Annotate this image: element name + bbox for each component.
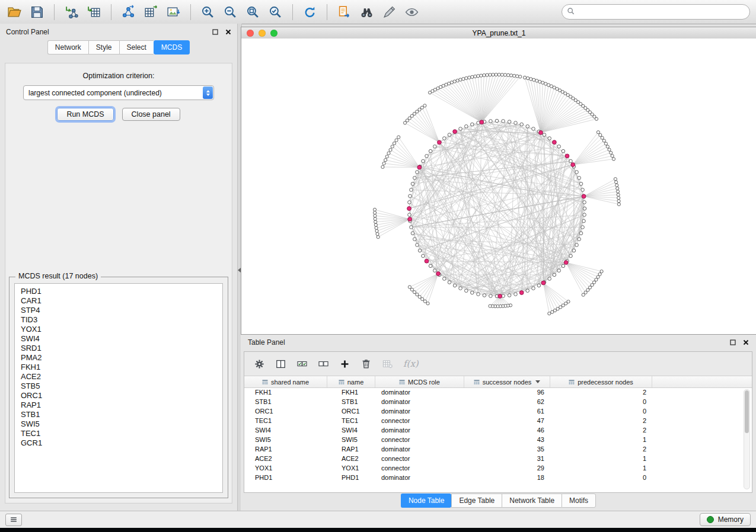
table-row[interactable]: RAP1RAP1dominator352 [244,444,752,454]
memory-button[interactable]: Memory [700,513,751,526]
zoom-window-button[interactable] [270,30,277,37]
cell-shared_name: ACE2 [244,454,327,463]
tab-network-table[interactable]: Network Table [502,493,562,508]
export-web-icon[interactable] [336,4,353,21]
mcds-result-title: MCDS result (17 nodes) [15,272,101,280]
toolbar-icon-group [6,4,420,21]
column-header-shared-name[interactable]: shared name [244,376,327,387]
open-folder-icon[interactable] [6,4,23,21]
close-window-button[interactable] [247,30,254,37]
hide-columns-icon[interactable] [382,358,393,370]
float-table-panel-icon[interactable] [730,339,736,345]
tab-mcds[interactable]: MCDS [154,40,190,55]
list-icon [9,515,18,524]
mcds-result-item[interactable]: TID3 [21,315,216,325]
run-mcds-button[interactable]: Run MCDS [57,108,113,121]
add-icon[interactable] [339,358,350,370]
zoom-in-icon[interactable] [199,4,216,21]
mcds-result-item[interactable]: PHD1 [21,287,216,296]
import-table-icon[interactable] [85,4,103,21]
close-panel-button[interactable]: Close panel [122,108,180,121]
mcds-result-item[interactable]: PMA2 [21,353,216,363]
table-panel-title: Table Panel [248,338,285,347]
export-table-icon[interactable] [142,4,160,21]
mcds-result-item[interactable]: CAR1 [21,296,216,306]
zoom-selected-icon[interactable] [267,4,284,21]
settings-icon[interactable] [254,358,265,370]
table-grip-icon [474,379,480,385]
table-row[interactable]: YOX1YOX1connector291 [244,463,752,473]
tab-network[interactable]: Network [47,40,88,55]
mcds-result-item[interactable]: FKH1 [21,363,216,372]
mcds-result-item[interactable]: SWI4 [21,334,216,344]
mcds-result-item[interactable]: ORC1 [21,391,216,400]
table-row[interactable]: PHD1PHD1dominator180 [244,473,752,482]
cell-successors: 35 [464,444,550,454]
table-scrollbar[interactable] [744,389,750,489]
criterion-dropdown[interactable]: largest connected component (undirected) [23,85,214,100]
tab-edge-table[interactable]: Edge Table [451,493,502,508]
close-panel-icon[interactable] [225,29,231,35]
table-row[interactable]: STB1STB1dominator620 [244,397,752,406]
zoom-fit-icon[interactable] [244,4,261,21]
mcds-result-item[interactable]: STB5 [21,382,216,391]
table-row[interactable]: ACE2ACE2connector311 [244,454,752,463]
table-row[interactable]: SWI5SWI5connector431 [244,435,752,444]
mcds-result-item[interactable]: GCR1 [21,438,216,448]
table-panel-header: Table Panel [241,335,756,350]
column-header-successor-nodes[interactable]: successor nodes [464,376,550,387]
mcds-result-item[interactable]: SRD1 [21,344,216,353]
find-icon[interactable] [358,4,375,21]
control-panel-title: Control Panel [6,28,49,36]
mcds-result-item[interactable]: YOX1 [21,325,216,334]
import-network-icon[interactable] [63,4,80,21]
cell-filler [652,454,752,463]
minimize-window-button[interactable] [259,30,266,37]
mcds-result-list[interactable]: PHD1CAR1STP4TID3YOX1SWI4SRD1PMA2FKH1ACE2… [14,283,223,493]
table-row[interactable]: TEC1TEC1connector472 [244,416,752,425]
export-network-icon[interactable] [120,4,137,21]
tab-select[interactable]: Select [119,40,154,55]
column-header-name[interactable]: name [327,376,375,387]
network-window-titlebar[interactable]: YPA_prune.txt_1 [241,27,756,39]
column-header-label: name [347,379,364,386]
deselect-all-icon[interactable] [318,358,329,370]
table-row[interactable]: FKH1FKH1dominator962 [244,387,752,397]
columns-icon[interactable] [275,358,286,370]
refresh-icon[interactable] [301,4,318,21]
delete-icon[interactable] [361,358,372,370]
show-details-icon[interactable] [403,4,420,21]
float-panel-icon[interactable] [212,29,218,35]
status-menu-button[interactable] [5,514,22,526]
save-icon[interactable] [28,4,46,21]
table-panel-tabs: Node TableEdge TableNetwork TableMotifs [241,493,756,508]
column-header-predecessor-nodes[interactable]: predecessor nodes [550,376,652,387]
table-grip-icon [262,379,268,385]
cell-successors: 47 [464,416,550,425]
cell-successors: 61 [464,406,550,416]
tab-node-table[interactable]: Node Table [401,493,452,508]
mcds-result-item[interactable]: SWI5 [21,419,216,429]
cell-role: dominator [375,397,464,406]
mcds-result-item[interactable]: RAP1 [21,400,216,410]
function-builder-icon[interactable]: f(x) [403,358,419,369]
styles-icon[interactable] [381,4,398,21]
network-canvas[interactable] [241,39,756,334]
tab-style[interactable]: Style [88,40,119,55]
mcds-result-item[interactable]: TEC1 [21,429,216,438]
zoom-out-icon[interactable] [222,4,239,21]
select-all-icon[interactable] [296,358,308,370]
search-input[interactable] [562,4,750,20]
tab-motifs[interactable]: Motifs [562,493,596,508]
export-image-icon[interactable] [165,4,182,21]
table-row[interactable]: SWI4SWI4dominator462 [244,425,752,435]
table-scrollbar-thumb[interactable] [745,390,749,433]
mcds-result-item[interactable]: ACE2 [21,372,216,382]
close-table-panel-icon[interactable] [743,339,749,345]
mcds-result-item[interactable]: STB1 [21,410,216,419]
mcds-result-item[interactable]: STP4 [21,306,216,315]
cell-successors: 31 [464,454,550,463]
table-row[interactable]: ORC1ORC1dominator610 [244,406,752,416]
column-header-mcds-role[interactable]: MCDS role [375,376,464,387]
node-table-body: FKH1FKH1dominator962STB1STB1dominator620… [244,387,752,492]
